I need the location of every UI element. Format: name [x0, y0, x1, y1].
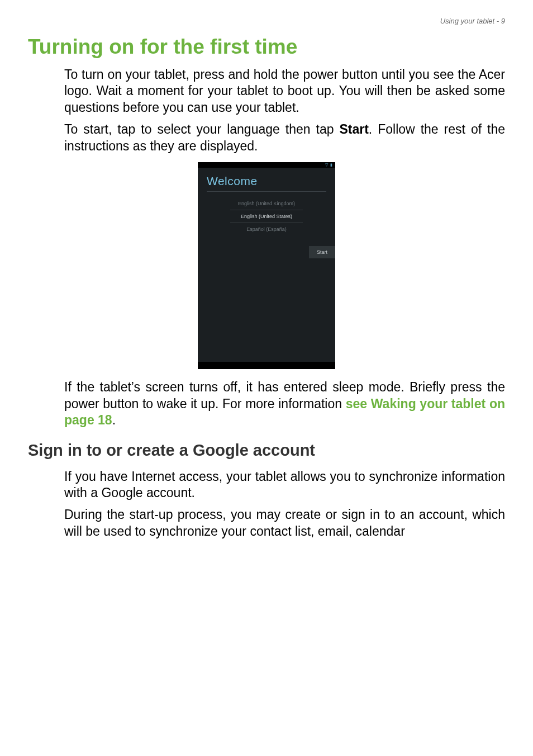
paragraph-4: If you have Internet access, your tablet… — [64, 469, 505, 502]
screenshot-container: ▽ ▮ Welcome English (United Kingdom) Eng… — [28, 162, 505, 369]
paragraph-2-seg-a: To start, tap to select your language th… — [64, 122, 339, 136]
paragraph-3-seg-b: . — [112, 413, 116, 427]
tablet-nav-bar — [198, 362, 335, 369]
language-picker: English (United Kingdom) English (United… — [198, 197, 335, 235]
start-button: Start — [309, 246, 335, 258]
page: Using your tablet - 9 Turning on for the… — [0, 0, 533, 756]
language-option-3: Español (España) — [198, 223, 335, 235]
heading-google-account: Sign in to or create a Google account — [28, 441, 505, 460]
paragraph-3: If the tablet’s screen turns off, it has… — [64, 379, 505, 428]
heading-turning-on: Turning on for the first time — [28, 35, 505, 59]
language-option-1: English (United Kingdom) — [198, 197, 335, 210]
tablet-welcome-screenshot: ▽ ▮ Welcome English (United Kingdom) Eng… — [198, 162, 335, 369]
body-block-3: If you have Internet access, your tablet… — [64, 469, 505, 540]
welcome-underline — [207, 191, 326, 192]
language-option-selected: English (United States) — [230, 210, 303, 223]
body-block-1: To turn on your tablet, press and hold t… — [64, 67, 505, 154]
body-block-2: If the tablet’s screen turns off, it has… — [64, 379, 505, 428]
paragraph-5: During the start-up process, you may cre… — [64, 507, 505, 540]
page-header-right: Using your tablet - 9 — [28, 17, 505, 25]
paragraph-2-bold: Start — [339, 122, 368, 136]
welcome-title: Welcome — [198, 168, 335, 191]
status-icons: ▽ ▮ — [325, 163, 333, 167]
tablet-status-bar: ▽ ▮ — [198, 162, 335, 168]
paragraph-1: To turn on your tablet, press and hold t… — [64, 67, 505, 116]
paragraph-2: To start, tap to select your language th… — [64, 121, 505, 154]
